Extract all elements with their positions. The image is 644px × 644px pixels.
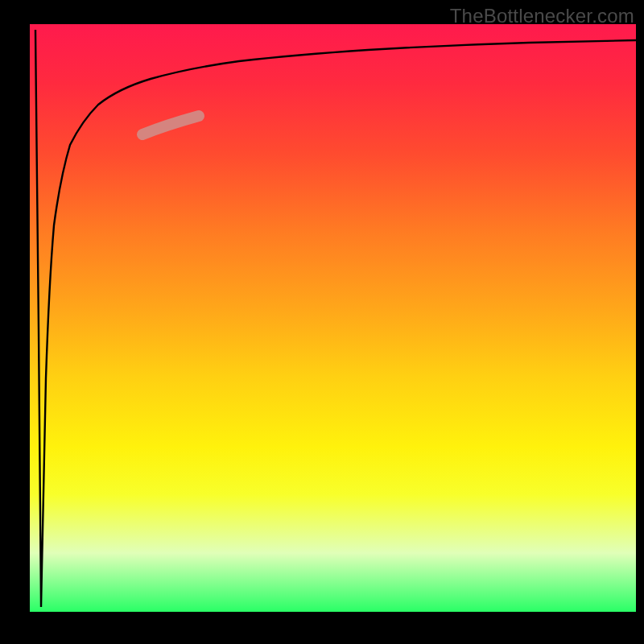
chart-container: TheBottlenecker.com (0, 0, 644, 644)
plot-area (30, 24, 636, 612)
attribution: TheBottlenecker.com (450, 5, 634, 27)
